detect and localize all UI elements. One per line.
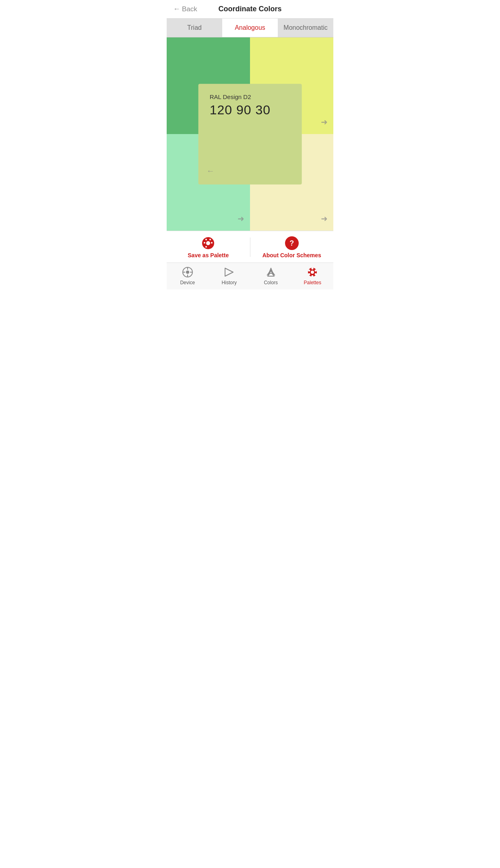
svg-rect-5 (211, 242, 213, 244)
svg-marker-13 (225, 268, 233, 276)
save-palette-label: Save as Palette (188, 252, 229, 258)
svg-point-22 (315, 273, 317, 275)
svg-point-24 (308, 273, 310, 275)
nav-label-colors: Colors (264, 280, 278, 285)
question-mark-icon: ? (285, 236, 299, 250)
nav-label-history: History (222, 280, 237, 285)
colors-icon (265, 266, 277, 278)
back-button[interactable]: ← Back (173, 5, 197, 13)
save-palette-icon (201, 236, 215, 250)
svg-point-20 (312, 268, 314, 270)
arrow-icon-bottom-right: ➜ (321, 214, 328, 223)
palettes-icon (306, 266, 318, 278)
svg-point-25 (308, 270, 310, 272)
action-bar: Save as Palette ? About Color Schemes (167, 231, 333, 262)
color-grid: ➜ ➜ ➜ ➜ RAL Design D2 120 90 30 ← (167, 37, 333, 231)
nav-item-colors[interactable]: Colors (250, 266, 292, 285)
back-arrow-icon: ← (173, 5, 180, 13)
about-color-schemes-label: About Color Schemes (262, 252, 321, 258)
save-palette-button[interactable]: Save as Palette (167, 236, 250, 258)
svg-point-1 (206, 241, 210, 245)
device-icon (182, 266, 194, 278)
nav-item-history[interactable]: History (209, 266, 250, 285)
about-icon: ? (285, 236, 299, 250)
tab-triad[interactable]: Triad (167, 19, 222, 37)
tab-analogous[interactable]: Analogous (222, 19, 278, 37)
svg-point-19 (311, 271, 314, 274)
bottom-nav: Device History Colors (167, 262, 333, 289)
svg-rect-6 (205, 246, 207, 248)
arrow-icon-top-right: ➜ (321, 117, 328, 127)
nav-label-palettes: Palettes (304, 280, 321, 285)
about-color-schemes-button[interactable]: ? About Color Schemes (250, 236, 334, 258)
back-label: Back (182, 5, 197, 13)
svg-point-21 (315, 270, 317, 272)
tab-monochromatic[interactable]: Monochromatic (278, 19, 333, 37)
svg-point-8 (186, 271, 189, 274)
tab-bar: Triad Analogous Monochromatic (167, 19, 333, 37)
nav-item-device[interactable]: Device (167, 266, 209, 285)
ral-code-label: 120 90 30 (210, 103, 291, 118)
history-icon (223, 266, 235, 278)
svg-rect-2 (205, 239, 207, 240)
nav-label-device: Device (180, 280, 195, 285)
color-card[interactable]: RAL Design D2 120 90 30 ← (198, 84, 302, 184)
svg-rect-4 (204, 242, 205, 244)
header: ← Back Coordinate Colors (167, 0, 333, 19)
card-arrow-icon: ← (207, 166, 215, 176)
svg-rect-3 (209, 239, 211, 240)
svg-point-23 (312, 275, 314, 277)
nav-item-palettes[interactable]: Palettes (292, 266, 334, 285)
arrow-icon-bottom-left: ➜ (238, 214, 244, 223)
ral-system-label: RAL Design D2 (210, 93, 291, 100)
page-title: Coordinate Colors (218, 5, 281, 13)
